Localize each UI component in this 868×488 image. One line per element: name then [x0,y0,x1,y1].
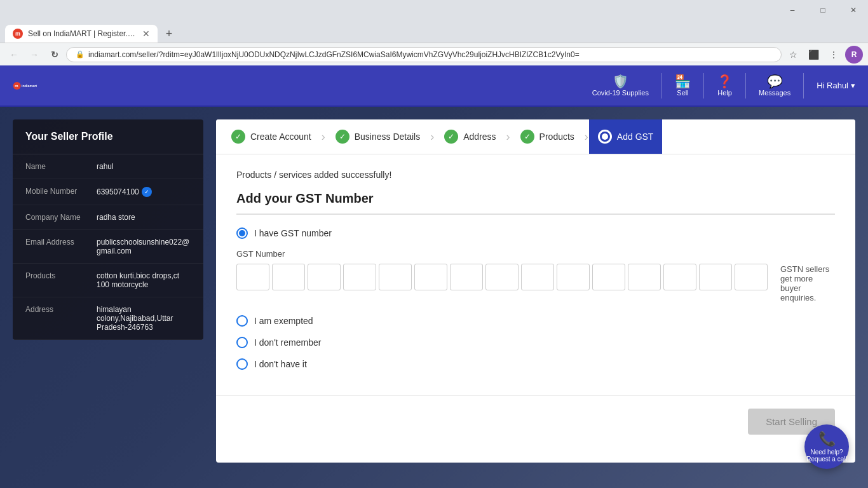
minimize-button[interactable]: – [778,0,807,20]
section-title-bold: GST Number [295,191,373,205]
browser-tabs: m Sell on IndiaMART | Register.com ✕ + [0,20,868,43]
tab-title: Sell on IndiaMART | Register.com [28,29,137,38]
window-controls: – □ ✕ [778,0,868,20]
gst-box-9[interactable] [521,264,554,290]
svg-text:m: m [15,84,18,88]
help-icon: ❓ [717,75,733,88]
company-label: Company Name [25,213,89,222]
have-gst-label: I have GST number [254,228,332,238]
sell-nav[interactable]: 🏪 Sell [675,75,691,97]
tab-sep-3: › [505,130,512,144]
tab-business-details[interactable]: ✓ Business Details [327,119,430,154]
help-nav[interactable]: ❓ Help [717,75,733,97]
radio-dont-remember[interactable]: I don't remember [236,337,835,348]
gst-input-area: GST Number [236,249,768,290]
address-value: himalayan colony,Najibabad,Uttar Pradesh… [97,305,191,332]
profile-avatar[interactable]: R [845,46,863,64]
messages-nav[interactable]: 💬 Messages [759,75,790,97]
main-area: Your Seller Profile Name rahul Mobile Nu… [0,107,868,488]
products-check: ✓ [520,130,534,144]
tab-products[interactable]: ✓ Products [512,119,583,154]
create-account-check: ✓ [231,130,245,144]
radio-inner-dot [602,133,608,140]
logo-area[interactable]: m indiamart [13,73,38,98]
radio-have-gst[interactable]: I have GST number [236,227,835,239]
gst-box-1[interactable] [236,264,269,290]
extensions-button[interactable]: ⬛ [804,46,822,64]
dont-have-label: I don't have it [254,359,307,369]
gst-boxes [236,264,768,290]
header-nav: 🛡️ Covid-19 Supplies 🏪 Sell ❓ Help 💬 Mes… [592,73,855,98]
gst-box-5[interactable] [379,264,412,290]
address-check: ✓ [444,130,458,144]
gst-box-11[interactable] [592,264,625,290]
sidebar-company-row: Company Name radha store [13,205,203,230]
sell-label: Sell [677,89,688,97]
bookmark-button[interactable]: ☆ [784,46,802,64]
active-tab[interactable]: m Sell on IndiaMART | Register.com ✕ [5,25,158,43]
add-gst-label: Add GST [617,132,654,142]
more-options-button[interactable]: ⋮ [825,46,843,64]
gst-input-row: GST Number [236,249,835,302]
nav-divider-2 [703,73,704,98]
form-panel: ✓ Create Account › ✓ Business Details › … [216,119,855,463]
exempted-radio-btn[interactable] [236,315,248,327]
back-button[interactable]: ← [5,46,23,64]
gst-box-8[interactable] [485,264,519,290]
gst-box-15[interactable] [735,264,768,290]
indiamart-logo: m indiamart [13,73,38,98]
have-gst-radio-dot [239,230,245,236]
forward-button[interactable]: → [25,46,43,64]
user-greeting[interactable]: Hi Rahul ▾ [817,81,855,90]
sidebar-products-row: Products cotton kurti,bioc drops,ct 100 … [13,264,203,297]
name-label: Name [25,162,89,171]
gst-box-7[interactable] [450,264,483,290]
messages-label: Messages [759,89,790,97]
company-value: radha store [97,213,135,222]
dont-have-radio-btn[interactable] [236,358,248,370]
dont-remember-label: I don't remember [254,337,321,348]
help-request-call-button[interactable]: 📞 Need help? Request a call [804,424,849,469]
create-account-label: Create Account [250,132,311,142]
reload-button[interactable]: ↻ [46,46,64,64]
exempted-label: I am exempted [254,316,313,326]
gst-box-12[interactable] [628,264,661,290]
gst-box-10[interactable] [557,264,590,290]
new-tab-button[interactable]: + [160,25,178,43]
maximize-button[interactable]: □ [808,0,837,20]
gst-box-2[interactable] [272,264,305,290]
tab-create-account[interactable]: ✓ Create Account [222,119,320,154]
radio-dont-have[interactable]: I don't have it [236,358,835,370]
gst-box-4[interactable] [343,264,376,290]
have-gst-radio-btn[interactable] [236,227,248,239]
window-top-bar: – □ ✕ [0,0,868,20]
gst-box-3[interactable] [308,264,341,290]
lock-icon: 🔒 [76,50,85,58]
email-label: Email Address [25,238,89,247]
mobile-label: Mobile Number [25,187,89,196]
dont-remember-radio-btn[interactable] [236,337,248,348]
seller-profile-sidebar: Your Seller Profile Name rahul Mobile Nu… [13,119,203,340]
radio-exempted[interactable]: I am exempted [236,315,835,327]
tab-add-gst[interactable]: Add GST [589,119,663,154]
address-bar[interactable]: 🔒 indiamart.com/seller/?rditm=eyJ0aW1lIl… [66,47,782,62]
add-gst-radio [598,130,612,144]
tab-address[interactable]: ✓ Address [435,119,505,154]
sidebar-title: Your Seller Profile [13,119,203,154]
covid-supplies-nav[interactable]: 🛡️ Covid-19 Supplies [592,75,649,97]
gst-box-6[interactable] [414,264,447,290]
gst-box-14[interactable] [699,264,732,290]
section-title: Add your GST Number [236,191,835,215]
name-value: rahul [97,162,114,171]
verified-badge: ✓ [142,187,152,197]
sidebar-email-row: Email Address publicschoolsunshine022@gm… [13,230,203,264]
nav-divider-1 [661,73,662,98]
site-header: m indiamart 🛡️ Covid-19 Supplies 🏪 Sell … [0,65,868,107]
close-button[interactable]: ✕ [839,0,868,20]
gst-box-13[interactable] [663,264,696,290]
business-details-check: ✓ [336,130,349,144]
address-label: Address [463,132,496,142]
products-label: Products [25,271,89,280]
close-tab-button[interactable]: ✕ [142,29,150,39]
gst-number-label: GST Number [236,249,768,259]
